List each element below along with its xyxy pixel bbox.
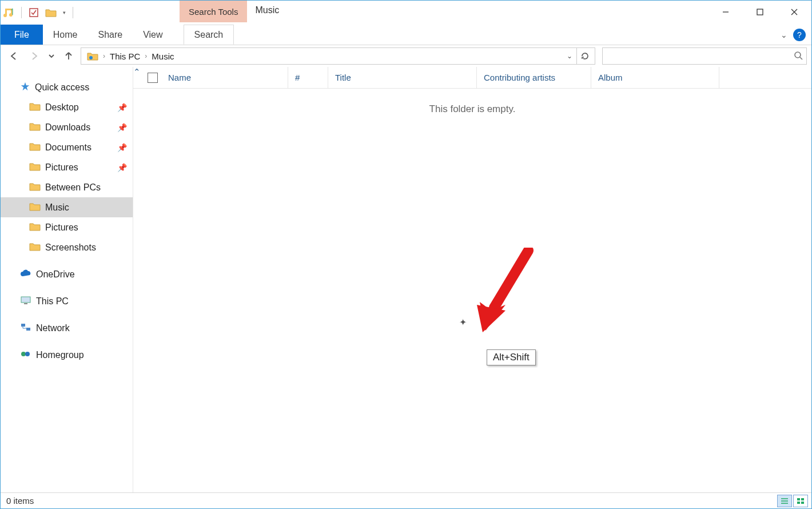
- sidebar-item-desktop[interactable]: Desktop📌: [1, 97, 133, 117]
- sidebar-item-label: Network: [36, 323, 70, 333]
- sidebar-item-pictures[interactable]: Pictures: [1, 217, 133, 237]
- minimize-button[interactable]: [708, 1, 743, 23]
- refresh-button[interactable]: [576, 48, 592, 64]
- column-header-title[interactable]: Title: [328, 67, 477, 88]
- nav-recent-dropdown[interactable]: [46, 47, 57, 65]
- svg-rect-5: [24, 303, 27, 304]
- svg-rect-0: [30, 9, 38, 17]
- address-bar[interactable]: › This PC › Music ⌄: [81, 47, 595, 65]
- pin-icon: 📌: [117, 123, 127, 132]
- folder-icon: [29, 121, 41, 134]
- annotation-arrow: [474, 248, 537, 336]
- sort-indicator-icon: ⌃: [133, 67, 141, 88]
- view-details-button[interactable]: [777, 495, 792, 507]
- ribbon-tab-label: View: [143, 30, 162, 40]
- sidebar-item-label: Screenshots: [45, 242, 96, 253]
- sidebar-quick-access[interactable]: Quick access: [1, 77, 133, 97]
- search-icon[interactable]: [794, 51, 803, 62]
- svg-point-9: [25, 352, 30, 356]
- sidebar-this-pc[interactable]: This PC: [1, 291, 133, 311]
- column-header-name[interactable]: Name: [141, 67, 288, 88]
- sidebar-item-label: OneDrive: [36, 269, 75, 280]
- select-all-checkbox[interactable]: [148, 73, 158, 83]
- folder-icon: [29, 161, 41, 174]
- column-headers: ⌃ Name # Title Contributing artists Albu…: [133, 67, 811, 89]
- sidebar-item-label: Between PCs: [45, 182, 101, 193]
- breadcrumb-this-pc[interactable]: This PC: [106, 51, 144, 61]
- column-header-number[interactable]: #: [288, 67, 328, 88]
- close-button[interactable]: [777, 1, 811, 23]
- sidebar-item-label: Quick access: [35, 82, 89, 93]
- ribbon-tab-home[interactable]: Home: [43, 25, 88, 45]
- nav-back-button[interactable]: [5, 47, 22, 65]
- breadcrumb-label: Music: [152, 51, 174, 61]
- pin-icon: 📌: [117, 163, 127, 172]
- svg-rect-12: [801, 498, 804, 500]
- ribbon-tab-view[interactable]: View: [133, 25, 173, 45]
- homegroup-icon: [20, 349, 31, 361]
- sidebar-item-music[interactable]: Music: [1, 197, 133, 217]
- column-header-artists[interactable]: Contributing artists: [477, 67, 591, 88]
- sidebar-item-screenshots[interactable]: Screenshots: [1, 237, 133, 257]
- sidebar-item-label: Desktop: [45, 102, 79, 113]
- search-box[interactable]: [602, 47, 807, 65]
- svg-rect-13: [797, 502, 800, 504]
- empty-folder-message: This folder is empty.: [133, 104, 811, 115]
- ribbon-tab-label: Home: [53, 30, 78, 40]
- svg-rect-1: [757, 9, 763, 15]
- folder-icon: [29, 101, 41, 114]
- nav-forward-button[interactable]: [26, 47, 43, 65]
- folder-icon: [29, 141, 41, 154]
- navigation-pane[interactable]: Quick access Desktop📌Downloads📌Documents…: [1, 67, 133, 492]
- qat-newfolder-icon[interactable]: [45, 6, 57, 19]
- window-title: Music: [247, 1, 287, 25]
- sidebar-item-documents[interactable]: Documents📌: [1, 137, 133, 157]
- maximize-button[interactable]: [743, 1, 777, 23]
- folder-icon: [29, 221, 41, 234]
- folder-icon: [29, 201, 41, 214]
- file-list-pane[interactable]: ⌃ Name # Title Contributing artists Albu…: [133, 67, 811, 492]
- content-area: Quick access Desktop📌Downloads📌Documents…: [1, 67, 811, 492]
- ribbon-tab-file[interactable]: File: [1, 25, 43, 45]
- ribbon-collapse-icon[interactable]: ⌄: [781, 30, 787, 39]
- sidebar-item-label: Pictures: [45, 162, 78, 173]
- column-header-album[interactable]: Album: [591, 67, 719, 88]
- column-label: Album: [598, 73, 623, 82]
- svg-rect-14: [801, 502, 804, 504]
- view-large-icons-button[interactable]: [793, 495, 808, 507]
- move-cursor-icon: ✦: [459, 317, 467, 328]
- qat-properties-icon[interactable]: [27, 6, 40, 19]
- context-tab-search-tools[interactable]: Search Tools: [180, 1, 247, 22]
- breadcrumb-sep-icon[interactable]: ›: [144, 52, 148, 60]
- navigation-bar: › This PC › Music ⌄: [1, 45, 811, 67]
- tooltip-text: Alt+Shift: [493, 352, 530, 363]
- column-label: Name: [168, 73, 191, 82]
- nav-up-button[interactable]: [60, 47, 77, 65]
- sidebar-network[interactable]: Network: [1, 318, 133, 338]
- sidebar-item-pictures[interactable]: Pictures📌: [1, 157, 133, 177]
- breadcrumb-sep-icon[interactable]: ›: [102, 52, 106, 60]
- column-label: Contributing artists: [484, 73, 555, 82]
- svg-rect-4: [21, 297, 30, 303]
- breadcrumb-music[interactable]: Music: [148, 51, 177, 61]
- folder-icon: [29, 181, 41, 194]
- address-dropdown-icon[interactable]: ⌄: [563, 52, 576, 60]
- svg-rect-6: [21, 324, 25, 327]
- cloud-icon: [20, 269, 31, 280]
- ribbon-tab-share[interactable]: Share: [87, 25, 133, 45]
- context-tab-label: Search Tools: [189, 7, 238, 17]
- sidebar-onedrive[interactable]: OneDrive: [1, 264, 133, 284]
- search-input[interactable]: [606, 51, 794, 61]
- svg-point-3: [795, 52, 801, 58]
- ribbon-tab-search[interactable]: Search: [184, 25, 234, 45]
- ribbon-tab-label: Share: [98, 30, 122, 40]
- qat-dropdown-icon[interactable]: ▾: [62, 10, 67, 15]
- sidebar-item-label: Downloads: [45, 122, 90, 133]
- app-icon: [3, 6, 15, 19]
- sidebar-item-downloads[interactable]: Downloads📌: [1, 117, 133, 137]
- breadcrumb-folder-icon: [83, 51, 102, 61]
- sidebar-homegroup[interactable]: Homegroup: [1, 345, 133, 365]
- help-icon[interactable]: ?: [793, 29, 806, 41]
- ribbon-tab-label: File: [14, 30, 29, 40]
- sidebar-item-between-pcs[interactable]: Between PCs: [1, 177, 133, 197]
